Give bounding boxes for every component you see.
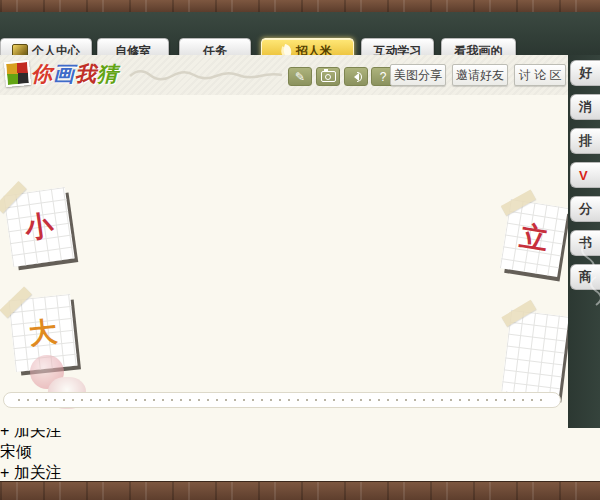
grid-note-small: 小 (3, 187, 74, 267)
sound-toggle-button[interactable] (344, 67, 368, 86)
side-friends-button[interactable]: 好 (570, 60, 600, 86)
grid-note-li: 立 (500, 199, 568, 277)
logo-char: 你 (31, 62, 53, 85)
side-ranking-button[interactable]: 排 (570, 128, 600, 154)
wood-border-bottom (0, 481, 600, 500)
side-messages-button[interactable]: 消 (570, 94, 600, 120)
side-share-button[interactable]: 分 (570, 196, 600, 222)
chalk-doodle (568, 237, 600, 307)
side-label: 好 (579, 64, 592, 82)
chalk-squiggle-decoration (128, 64, 286, 84)
game-logo-icon (4, 60, 31, 87)
tape-decoration (501, 300, 536, 327)
side-vip-button[interactable]: V (570, 162, 600, 188)
wood-border-top (0, 0, 600, 12)
game-logo-title: 你画我猜 (31, 60, 119, 88)
main-nav-bar: 个人中心 自修室 任务 招人米 互动学习 看我画的 (0, 12, 600, 56)
note-character: 小 (22, 206, 55, 248)
draw-pencil-button[interactable]: ✎ (288, 67, 312, 86)
bottom-dotted-bar (3, 392, 561, 408)
toolbtn-label: 美图分享 (394, 67, 442, 84)
discussion-board-button[interactable]: 讨 论 区 (514, 64, 566, 86)
toolbtn-label: 邀请好友 (456, 67, 504, 84)
tape-decoration (501, 190, 536, 216)
side-label: 排 (579, 132, 592, 150)
logo-char: 我 (75, 62, 97, 85)
speaker-icon (350, 73, 359, 81)
tape-decoration (0, 286, 32, 318)
share-pictures-button[interactable]: 美图分享 (390, 64, 446, 86)
flower-pot-decoration (566, 330, 600, 428)
app-window: 个人中心 自修室 任务 招人米 互动学习 看我画的 你画我猜 ✎ ? (0, 0, 600, 500)
grid-note-blank (501, 310, 569, 398)
follow-user-card: 宋倾 + 加关注 (0, 442, 600, 484)
side-label: 分 (579, 200, 592, 218)
help-icon: ? (380, 70, 387, 84)
user-name-link[interactable]: 宋倾 (0, 442, 600, 463)
note-character: 立 (517, 217, 551, 259)
game-page-background: 小 大 立 (0, 95, 568, 428)
logo-char: 猜 (97, 62, 119, 85)
toolbtn-label: 讨 论 区 (519, 67, 562, 84)
pencil-icon: ✎ (295, 70, 305, 84)
note-character: 大 (27, 313, 59, 354)
tape-decoration (0, 181, 26, 213)
screenshot-camera-button[interactable] (316, 67, 340, 86)
side-label: 消 (579, 98, 592, 116)
logo-char: 画 (53, 62, 75, 85)
follow-button[interactable]: + 加关注 (0, 464, 62, 481)
camera-icon (321, 71, 336, 82)
side-label: V (579, 168, 588, 183)
invite-friends-button[interactable]: 邀请好友 (452, 64, 508, 86)
